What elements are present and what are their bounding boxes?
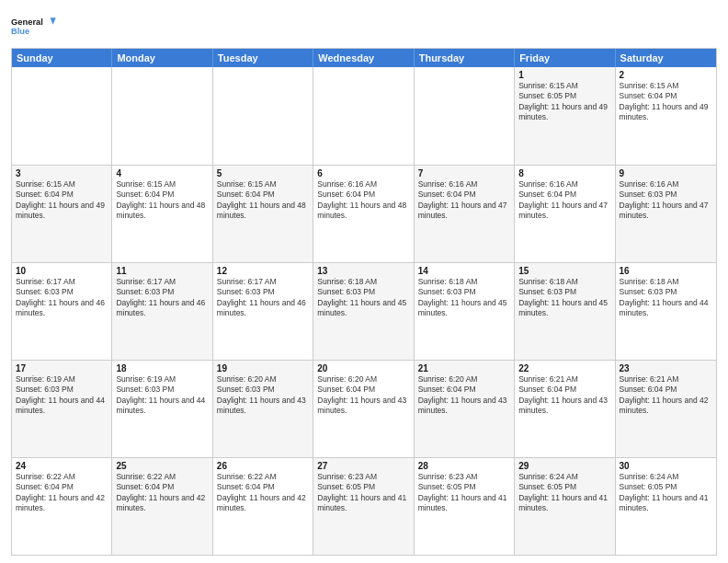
calendar-cell: 11Sunrise: 6:17 AM Sunset: 6:03 PM Dayli…: [112, 263, 212, 360]
calendar-cell: 27Sunrise: 6:23 AM Sunset: 6:05 PM Dayli…: [313, 458, 414, 555]
calendar-cell: 8Sunrise: 6:16 AM Sunset: 6:04 PM Daylig…: [515, 166, 615, 262]
cell-info: Sunrise: 6:16 AM Sunset: 6:04 PM Dayligh…: [317, 179, 409, 222]
calendar-cell: 2Sunrise: 6:15 AM Sunset: 6:04 PM Daylig…: [616, 67, 716, 165]
cell-info: Sunrise: 6:16 AM Sunset: 6:04 PM Dayligh…: [518, 179, 610, 222]
calendar-cell: [415, 67, 515, 165]
cell-info: Sunrise: 6:18 AM Sunset: 6:03 PM Dayligh…: [317, 277, 409, 319]
svg-text:Blue: Blue: [11, 27, 29, 36]
day-number: 29: [518, 461, 610, 471]
cal-header-day: Friday: [515, 49, 615, 67]
day-number: 24: [16, 461, 108, 471]
calendar-cell: 3Sunrise: 6:15 AM Sunset: 6:04 PM Daylig…: [12, 166, 112, 262]
day-number: 21: [418, 363, 510, 373]
calendar-row: 10Sunrise: 6:17 AM Sunset: 6:03 PM Dayli…: [12, 262, 716, 360]
calendar-cell: 21Sunrise: 6:20 AM Sunset: 6:04 PM Dayli…: [415, 361, 515, 457]
calendar-cell: 22Sunrise: 6:21 AM Sunset: 6:04 PM Dayli…: [515, 361, 615, 457]
cell-info: Sunrise: 6:18 AM Sunset: 6:03 PM Dayligh…: [518, 277, 610, 319]
day-number: 28: [418, 461, 510, 471]
calendar-cell: 18Sunrise: 6:19 AM Sunset: 6:03 PM Dayli…: [112, 361, 212, 457]
calendar-cell: 7Sunrise: 6:16 AM Sunset: 6:04 PM Daylig…: [415, 166, 515, 262]
cal-header-day: Monday: [112, 49, 212, 67]
calendar-cell: 14Sunrise: 6:18 AM Sunset: 6:03 PM Dayli…: [415, 263, 515, 360]
calendar-header: SundayMondayTuesdayWednesdayThursdayFrid…: [12, 49, 716, 67]
cell-info: Sunrise: 6:15 AM Sunset: 6:04 PM Dayligh…: [217, 179, 309, 222]
calendar-cell: 17Sunrise: 6:19 AM Sunset: 6:03 PM Dayli…: [12, 361, 112, 457]
cell-info: Sunrise: 6:23 AM Sunset: 6:05 PM Dayligh…: [317, 472, 409, 514]
day-number: 27: [317, 461, 409, 471]
cell-info: Sunrise: 6:16 AM Sunset: 6:04 PM Dayligh…: [418, 179, 510, 222]
header: General Blue: [11, 9, 717, 42]
day-number: 11: [116, 266, 208, 276]
day-number: 22: [518, 363, 610, 373]
page: General Blue SundayMondayTuesdayWednesda…: [0, 0, 728, 563]
day-number: 5: [217, 168, 309, 178]
cell-info: Sunrise: 6:17 AM Sunset: 6:03 PM Dayligh…: [116, 277, 208, 319]
calendar-cell: 5Sunrise: 6:15 AM Sunset: 6:04 PM Daylig…: [213, 166, 313, 262]
day-number: 12: [217, 266, 309, 276]
day-number: 19: [217, 363, 309, 373]
cell-info: Sunrise: 6:15 AM Sunset: 6:04 PM Dayligh…: [620, 81, 712, 123]
calendar-cell: [12, 67, 112, 165]
cell-info: Sunrise: 6:24 AM Sunset: 6:05 PM Dayligh…: [620, 472, 712, 514]
day-number: 6: [317, 168, 409, 178]
cell-info: Sunrise: 6:22 AM Sunset: 6:04 PM Dayligh…: [217, 472, 309, 514]
calendar-row: 17Sunrise: 6:19 AM Sunset: 6:03 PM Dayli…: [12, 360, 716, 457]
calendar-cell: 20Sunrise: 6:20 AM Sunset: 6:04 PM Dayli…: [313, 361, 414, 457]
calendar-cell: 23Sunrise: 6:21 AM Sunset: 6:04 PM Dayli…: [616, 361, 716, 457]
calendar-cell: 16Sunrise: 6:18 AM Sunset: 6:03 PM Dayli…: [616, 263, 716, 360]
day-number: 4: [116, 168, 208, 178]
cell-info: Sunrise: 6:20 AM Sunset: 6:03 PM Dayligh…: [217, 374, 309, 417]
day-number: 26: [217, 461, 309, 471]
day-number: 1: [518, 70, 610, 80]
calendar-cell: 10Sunrise: 6:17 AM Sunset: 6:03 PM Dayli…: [12, 263, 112, 360]
day-number: 10: [16, 266, 108, 276]
calendar-cell: [112, 67, 212, 165]
cell-info: Sunrise: 6:19 AM Sunset: 6:03 PM Dayligh…: [116, 374, 208, 417]
cell-info: Sunrise: 6:17 AM Sunset: 6:03 PM Dayligh…: [16, 277, 108, 319]
day-number: 7: [418, 168, 510, 178]
cell-info: Sunrise: 6:21 AM Sunset: 6:04 PM Dayligh…: [620, 374, 712, 417]
calendar-body: 1Sunrise: 6:15 AM Sunset: 6:05 PM Daylig…: [12, 67, 716, 555]
cell-info: Sunrise: 6:18 AM Sunset: 6:03 PM Dayligh…: [418, 277, 510, 319]
day-number: 14: [418, 266, 510, 276]
calendar-row: 24Sunrise: 6:22 AM Sunset: 6:04 PM Dayli…: [12, 457, 716, 555]
day-number: 3: [16, 168, 108, 178]
logo: General Blue: [11, 9, 57, 42]
calendar-cell: 30Sunrise: 6:24 AM Sunset: 6:05 PM Dayli…: [616, 458, 716, 555]
calendar-cell: [313, 67, 414, 165]
cal-header-day: Thursday: [415, 49, 515, 67]
cell-info: Sunrise: 6:15 AM Sunset: 6:04 PM Dayligh…: [116, 179, 208, 222]
cell-info: Sunrise: 6:22 AM Sunset: 6:04 PM Dayligh…: [16, 472, 108, 514]
day-number: 16: [620, 266, 712, 276]
cell-info: Sunrise: 6:15 AM Sunset: 6:04 PM Dayligh…: [16, 179, 108, 222]
cell-info: Sunrise: 6:20 AM Sunset: 6:04 PM Dayligh…: [418, 374, 510, 417]
calendar-cell: 28Sunrise: 6:23 AM Sunset: 6:05 PM Dayli…: [415, 458, 515, 555]
cal-header-day: Sunday: [12, 49, 112, 67]
calendar-cell: 13Sunrise: 6:18 AM Sunset: 6:03 PM Dayli…: [313, 263, 414, 360]
calendar-cell: 6Sunrise: 6:16 AM Sunset: 6:04 PM Daylig…: [313, 166, 414, 262]
calendar-cell: 26Sunrise: 6:22 AM Sunset: 6:04 PM Dayli…: [213, 458, 313, 555]
cell-info: Sunrise: 6:19 AM Sunset: 6:03 PM Dayligh…: [16, 374, 108, 417]
day-number: 23: [620, 363, 712, 373]
day-number: 30: [620, 461, 712, 471]
svg-marker-2: [51, 17, 56, 25]
cell-info: Sunrise: 6:17 AM Sunset: 6:03 PM Dayligh…: [217, 277, 309, 319]
calendar-cell: 19Sunrise: 6:20 AM Sunset: 6:03 PM Dayli…: [213, 361, 313, 457]
calendar-cell: 29Sunrise: 6:24 AM Sunset: 6:05 PM Dayli…: [515, 458, 615, 555]
calendar-cell: [213, 67, 313, 165]
calendar-cell: 15Sunrise: 6:18 AM Sunset: 6:03 PM Dayli…: [515, 263, 615, 360]
calendar-cell: 1Sunrise: 6:15 AM Sunset: 6:05 PM Daylig…: [515, 67, 615, 165]
calendar-cell: 24Sunrise: 6:22 AM Sunset: 6:04 PM Dayli…: [12, 458, 112, 555]
cell-info: Sunrise: 6:18 AM Sunset: 6:03 PM Dayligh…: [620, 277, 712, 319]
calendar-cell: 9Sunrise: 6:16 AM Sunset: 6:03 PM Daylig…: [616, 166, 716, 262]
calendar-row: 3Sunrise: 6:15 AM Sunset: 6:04 PM Daylig…: [12, 165, 716, 262]
calendar-cell: 4Sunrise: 6:15 AM Sunset: 6:04 PM Daylig…: [112, 166, 212, 262]
day-number: 18: [116, 363, 208, 373]
cell-info: Sunrise: 6:20 AM Sunset: 6:04 PM Dayligh…: [317, 374, 409, 417]
day-number: 2: [620, 70, 712, 80]
cell-info: Sunrise: 6:22 AM Sunset: 6:04 PM Dayligh…: [116, 472, 208, 514]
day-number: 13: [317, 266, 409, 276]
day-number: 9: [620, 168, 712, 178]
calendar: SundayMondayTuesdayWednesdayThursdayFrid…: [11, 48, 717, 556]
svg-text:General: General: [11, 17, 43, 27]
